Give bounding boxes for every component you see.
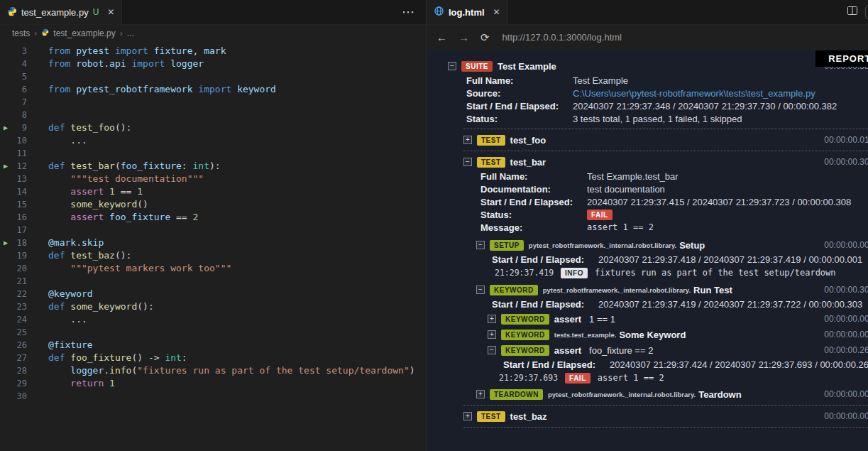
code-line[interactable]: ▶18@mark.skip [0, 237, 426, 249]
chevron-right-icon: › [120, 28, 123, 38]
source-link[interactable]: C:\Users\user\pytest-robotframework\test… [573, 88, 815, 99]
code-line[interactable]: 20 """pytest markers work too""" [0, 262, 426, 275]
run-test-icon[interactable]: ▶ [4, 121, 8, 134]
editor-actions-more-icon[interactable]: ⋯ [390, 0, 426, 24]
vscode-window: test_example.py U ✕ ⋯ tests › test_examp… [0, 0, 868, 451]
breadcrumb-item-symbol[interactable]: ... [127, 28, 134, 38]
metadata-row: Start / End / Elapsed:20240307 21:29:37.… [448, 253, 868, 266]
code-line[interactable]: 30 [0, 390, 426, 403]
keyword-badge: KEYWORD [501, 345, 549, 356]
tab-test-example-py[interactable]: test_example.py U ✕ [0, 0, 122, 24]
tab-log-html[interactable]: log.html ✕ [427, 0, 508, 24]
code-line[interactable]: 21 [0, 275, 426, 288]
expand-toggle[interactable]: − [476, 241, 485, 249]
code-line[interactable]: 4from robot.api import logger [0, 58, 426, 70]
expand-toggle[interactable]: − [476, 286, 485, 294]
code-line[interactable]: 5 [0, 70, 426, 83]
expand-toggle[interactable]: + [488, 315, 496, 323]
code-line[interactable]: ▶12def test_bar(foo_fixture: int): [0, 160, 426, 173]
code-text [35, 109, 48, 121]
code-line[interactable]: 7 [0, 96, 426, 109]
code-line[interactable]: 26@fixture [0, 339, 426, 352]
status-badge: FAIL [587, 210, 612, 220]
test-separator [463, 427, 868, 428]
elapsed-time: 00:00:00.001 [824, 330, 868, 339]
code-line[interactable]: 28 logger.info("fixtures run as part of … [0, 364, 426, 377]
field-value: assert 1 == 2 [587, 222, 654, 232]
elapsed-time: 00:00:00.000 [824, 314, 868, 324]
split-editor-icon[interactable] [847, 5, 858, 19]
elapsed-time: 00:00:00.269 [824, 345, 868, 355]
reload-icon[interactable]: ⟳ [480, 31, 490, 44]
line-number: 14 [0, 185, 35, 198]
tab-label: log.html [449, 7, 485, 18]
metadata-row: Status:3 tests total, 1 passed, 1 failed… [448, 112, 868, 125]
code-line[interactable]: 10 ... [0, 134, 426, 147]
code-line[interactable]: 15 some_keyword() [0, 198, 426, 211]
breadcrumb-item-file[interactable]: test_example.py [53, 28, 115, 38]
code-line[interactable]: 23def some_keyword(): [0, 300, 426, 313]
field-value: 20240307 21:29:37.418 / 20240307 21:29:3… [598, 254, 862, 265]
code-line[interactable]: 25 [0, 326, 426, 339]
code-line[interactable]: 19def test_baz(): [0, 249, 426, 262]
python-icon-small [41, 28, 49, 38]
test-separator [463, 151, 868, 151]
elapsed-time: 00:00:00.001 [824, 389, 868, 399]
run-test-icon[interactable]: ▶ [4, 160, 8, 173]
line-number: 26 [0, 339, 35, 352]
line-number: 4 [0, 58, 35, 70]
code-line[interactable]: 8 [0, 109, 426, 121]
line-number: 13 [0, 173, 35, 185]
code-text [35, 326, 48, 339]
code-line[interactable]: 3from pytest import fixture, mark [0, 45, 426, 58]
code-line[interactable]: 14 assert 1 == 1 [0, 185, 426, 198]
metadata-row: Documentation:test documentation [448, 183, 868, 195]
expand-toggle[interactable]: − [448, 62, 456, 70]
expand-toggle[interactable]: + [488, 330, 496, 339]
log-message-row: 21:29:37.693FAILassert 1 == 2 [448, 371, 868, 384]
code-text: def test_baz(): [35, 249, 131, 262]
log-message: assert 1 == 2 [598, 373, 664, 383]
element-name: assert [554, 314, 581, 325]
expand-toggle[interactable]: − [463, 158, 472, 166]
expand-toggle[interactable]: + [463, 412, 472, 420]
code-line[interactable]: 13 """test documentation""" [0, 173, 426, 185]
code-line[interactable]: ▶9def test_foo(): [0, 121, 426, 134]
line-number: 23 [0, 300, 35, 313]
code-text: @mark.skip [35, 237, 104, 249]
back-icon[interactable]: ← [436, 31, 447, 43]
line-number: 8 [0, 109, 35, 121]
code-line[interactable]: 24 ... [0, 313, 426, 326]
code-line[interactable]: 29 return 1 [0, 377, 426, 390]
url-input[interactable]: http://127.0.0.1:3000/log.html [501, 32, 868, 43]
close-icon[interactable]: ✕ [107, 7, 114, 17]
expand-toggle[interactable]: + [463, 136, 472, 144]
field-label: Full Name: [466, 75, 573, 86]
log-message-row: 21:29:37.419INFOfixtures run as part of … [448, 266, 868, 279]
report-button[interactable]: REPORT [815, 50, 868, 67]
code-editor[interactable]: 3from pytest import fixture, mark4from r… [0, 42, 426, 451]
close-icon[interactable]: ✕ [493, 7, 500, 17]
left-tab-bar: test_example.py U ✕ ⋯ [0, 0, 426, 25]
line-number: 30 [0, 390, 35, 403]
log-timestamp: 21:29:37.693 [499, 373, 558, 383]
forward-icon[interactable]: → [458, 31, 469, 43]
code-line[interactable]: 17 [0, 224, 426, 237]
expand-toggle[interactable]: + [476, 390, 485, 398]
code-line[interactable]: 27def foo_fixture() -> int: [0, 352, 426, 364]
run-test-icon[interactable]: ▶ [4, 237, 8, 249]
code-line[interactable]: 16 assert foo_fixture == 2 [0, 211, 426, 224]
line-number: 19 [0, 249, 35, 262]
element-name: test_bar [510, 157, 546, 168]
keyword-args: foo_fixture == 2 [589, 345, 653, 356]
line-number: 28 [0, 364, 35, 377]
lock-icon[interactable] [865, 5, 868, 19]
code-line[interactable]: 11 [0, 147, 426, 160]
code-line[interactable]: 6from pytest_robotframework import keywo… [0, 83, 426, 96]
code-line[interactable]: 22@keyword [0, 288, 426, 300]
code-text: def foo_fixture() -> int: [35, 352, 187, 364]
element-name: Setup [679, 240, 705, 251]
expand-toggle[interactable]: − [488, 346, 496, 354]
field-label: Start / End / Elapsed: [480, 197, 587, 207]
breadcrumb-item-tests[interactable]: tests [12, 28, 30, 38]
